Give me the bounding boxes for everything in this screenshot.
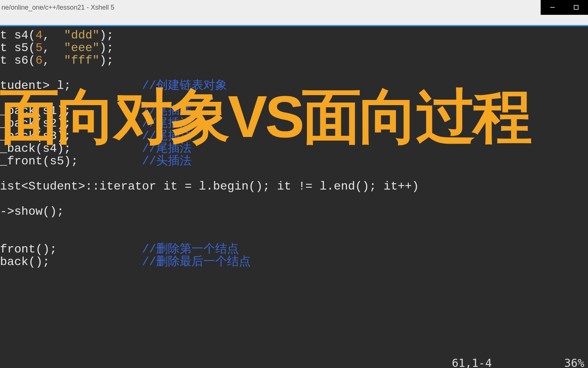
code-comment: //删除最后一个结点 <box>142 255 251 269</box>
maximize-button[interactable] <box>564 0 588 15</box>
code-number: 6 <box>36 54 43 67</box>
code-token: back(); <box>0 255 142 269</box>
code-token: _back(s2); <box>0 117 142 130</box>
code-comment: //尾插法 <box>142 142 192 155</box>
window-controls <box>541 0 588 15</box>
code-token: ); <box>99 41 114 55</box>
code-string: "eee" <box>64 41 99 55</box>
app-window: ne/online_one/c++/lesson21 - Xshell 5 t … <box>0 0 588 368</box>
tab-strip[interactable] <box>0 15 588 25</box>
code-token: ist<Student>::iterator it = l.begin(); i… <box>0 180 419 193</box>
code-comment: //尾插法 <box>142 117 192 130</box>
code-token: t s5( <box>0 41 36 55</box>
code-token: ->show(); <box>0 205 64 218</box>
cursor-position: 61,1-4 <box>452 357 492 368</box>
code-token: _front(s5); <box>0 154 142 168</box>
code-token: ); <box>99 29 114 42</box>
code-token: , <box>43 54 64 67</box>
code-comment: //创建链表对象 <box>142 79 227 93</box>
minimize-icon <box>550 5 555 10</box>
code-token: _back(s4); <box>0 142 142 155</box>
code-number: 5 <box>36 41 43 55</box>
maximize-icon <box>574 5 579 10</box>
code-string: "ddd" <box>64 29 99 42</box>
titlebar: ne/online_one/c++/lesson21 - Xshell 5 <box>0 0 588 15</box>
code-token: front(); <box>0 242 142 256</box>
code-token: tudent> l; <box>0 79 142 93</box>
code-comment: //头插法 <box>142 154 192 168</box>
terminal-view[interactable]: t s4(4, "ddd"); t s5(5, "eee"); t s6(6, … <box>0 26 588 368</box>
code-comment: //尾插法 <box>142 104 192 118</box>
window-title: ne/online_one/c++/lesson21 - Xshell 5 <box>1 4 114 11</box>
code-comment: //尾插法 <box>142 129 192 143</box>
minimize-button[interactable] <box>541 0 564 15</box>
scroll-percent: 36% <box>564 357 584 368</box>
code-token: _back(s3); <box>0 129 142 143</box>
code-token: , <box>43 41 64 55</box>
code-number: 4 <box>36 29 43 42</box>
code-comment: //删除第一个结点 <box>142 242 239 256</box>
code-token: t s4( <box>0 29 36 42</box>
code-string: "fff" <box>64 54 99 67</box>
svg-rect-1 <box>574 6 578 10</box>
code-token: , <box>43 29 64 42</box>
code-token: ); <box>99 54 114 67</box>
code-token: _back(s1); <box>0 104 142 118</box>
code-content: t s4(4, "ddd"); t s5(5, "eee"); t s6(6, … <box>0 29 419 268</box>
code-token: t s6( <box>0 54 36 67</box>
